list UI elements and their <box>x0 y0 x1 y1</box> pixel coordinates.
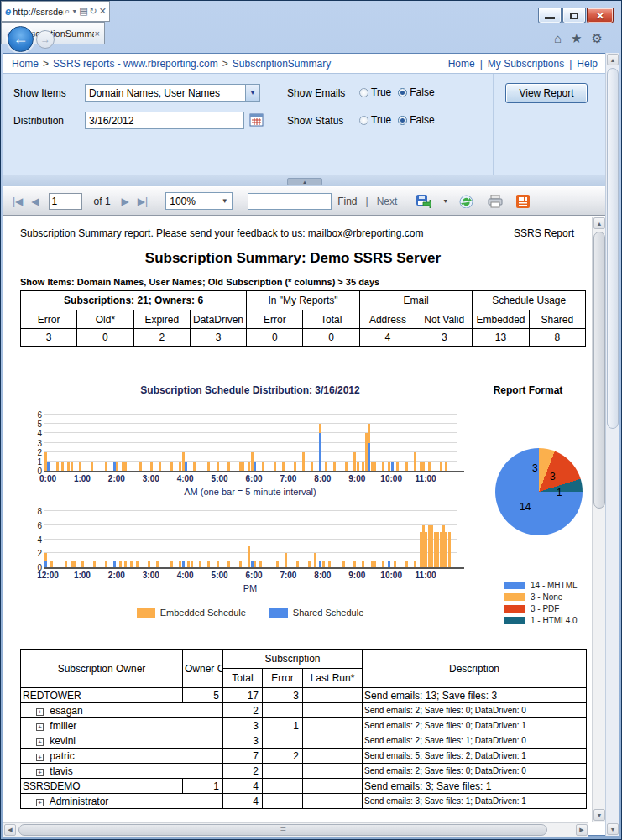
print-icon[interactable] <box>488 195 503 208</box>
forward-button[interactable]: → <box>36 30 55 49</box>
embedded-schedule-bar <box>274 462 276 471</box>
dropdown-arrow-icon[interactable]: ▼ <box>245 85 259 101</box>
report-vscroll-thumb[interactable] <box>593 232 605 509</box>
top-link[interactable]: Home <box>448 58 475 70</box>
page-number-input[interactable]: 1 <box>49 193 82 210</box>
pie-legend-item: 1 - HTML4.0 <box>504 614 578 626</box>
first-page-icon[interactable]: |◀ <box>10 196 25 206</box>
url-text[interactable]: http://ssrsdemo <box>13 7 64 17</box>
owner-cell: + fmiller <box>21 718 223 733</box>
export-save-icon[interactable] <box>416 195 431 208</box>
top-link[interactable]: Help <box>577 58 598 70</box>
prev-page-icon[interactable]: ◀ <box>29 196 41 206</box>
search-icon[interactable]: ⌕ <box>65 7 70 16</box>
top-link[interactable]: My Subscriptions <box>488 58 564 70</box>
data-feed-icon[interactable] <box>516 195 531 208</box>
embedded-schedule-bar <box>191 561 193 567</box>
report-vertical-scrollbar[interactable]: ▲ ▼ <box>592 217 606 822</box>
page-scroll-down-icon[interactable]: ▼ <box>607 823 619 835</box>
total-cell: 2 <box>223 764 263 779</box>
pie-legend-swatch <box>504 605 525 613</box>
embedded-schedule-bar <box>50 561 53 567</box>
expand-toggle-icon[interactable]: + <box>36 708 44 716</box>
table-row: + kevinl3Send emails: 2; Save files: 1; … <box>21 733 587 749</box>
total-header: Total <box>223 669 263 688</box>
legend-label: Shared Schedule <box>293 608 363 618</box>
refresh-icon[interactable]: ↻ <box>90 7 97 16</box>
description-cell: Send emails: 3; Save files: 1; DataDrive… <box>363 794 587 809</box>
last-run-cell <box>303 779 363 794</box>
embedded-schedule-bar <box>414 561 416 567</box>
gridline <box>44 442 457 443</box>
last-run-cell <box>303 764 363 779</box>
breadcrumb-link[interactable]: Home <box>12 58 39 70</box>
page-vertical-scrollbar[interactable]: ▲ ▼ <box>605 53 619 836</box>
find-link[interactable]: Find <box>337 196 357 207</box>
maximize-button[interactable] <box>562 8 586 23</box>
zoom-select[interactable]: 100% ▼ <box>165 192 233 210</box>
owner-count-header: Owner Count <box>183 650 223 688</box>
owner-name: Administrator <box>47 796 108 807</box>
show-items-dropdown[interactable]: Domain Names, User Names ▼ <box>85 84 260 102</box>
embedded-schedule-bar <box>382 561 384 567</box>
favorites-star-icon[interactable]: ★ <box>571 31 582 46</box>
forward-arrow-icon: → <box>40 34 50 45</box>
show-emails-false-radio[interactable] <box>398 88 407 97</box>
home-icon[interactable]: ⌂ <box>554 31 562 46</box>
tab-close-icon[interactable]: × <box>95 29 100 39</box>
address-bar[interactable]: e http://ssrsdemo ⌕ ▼ ▤ ↻ ✕ <box>1 1 110 22</box>
last-page-icon[interactable]: ▶| <box>135 196 150 206</box>
scroll-right-icon[interactable]: ▶ <box>576 824 588 836</box>
last-run-cell <box>303 688 363 703</box>
export-caret-icon[interactable]: ▼ <box>440 198 451 204</box>
next-link[interactable]: Next <box>377 196 398 207</box>
show-status-true-radio[interactable] <box>359 116 368 125</box>
settings-gear-icon[interactable]: ⚙ <box>592 31 603 46</box>
summary-column-header: Expired <box>133 310 190 329</box>
breadcrumb-link[interactable]: SSRS reports - www.rbreporting.com <box>53 58 218 70</box>
scroll-up-icon[interactable]: ▲ <box>593 217 605 229</box>
find-input[interactable] <box>248 193 332 210</box>
expand-toggle-icon[interactable]: + <box>36 769 44 776</box>
expand-toggle-icon[interactable]: + <box>36 799 44 806</box>
shared-schedule-bar <box>182 561 185 567</box>
bar-chart-legend: Embedded ScheduleShared Schedule <box>44 608 457 618</box>
back-button[interactable]: ← <box>8 26 34 52</box>
embedded-schedule-bar <box>199 561 201 567</box>
embedded-schedule-bar <box>217 462 219 471</box>
expand-toggle-icon[interactable]: + <box>36 738 44 746</box>
table-row: SSRSDEMO14Send emails: 3; Save files: 1 <box>21 779 587 794</box>
scroll-left-icon[interactable]: ◀ <box>4 824 16 836</box>
show-status-false-radio[interactable] <box>398 116 407 125</box>
page-scroll-up-icon[interactable]: ▲ <box>607 54 619 65</box>
shared-schedule-bar <box>47 462 50 471</box>
compatibility-icon[interactable]: ▤ <box>79 7 87 16</box>
expand-toggle-icon[interactable]: + <box>36 754 44 761</box>
next-page-icon[interactable]: ▶ <box>119 196 132 206</box>
expand-toggle-icon[interactable]: + <box>36 723 44 731</box>
shared-schedule-bar <box>388 561 390 567</box>
calendar-icon[interactable] <box>249 112 264 127</box>
y-tick-label: 3 <box>37 438 44 447</box>
scroll-down-icon[interactable]: ▼ <box>593 809 605 821</box>
stop-icon[interactable]: ✕ <box>99 7 107 16</box>
embedded-schedule-bar <box>105 462 107 471</box>
report-subtitle: Show Items: Domain Names, User Names; Ol… <box>20 277 379 287</box>
description-cell: Send emails: 5; Save files: 2; DataDrive… <box>363 749 587 764</box>
hscroll-thumb[interactable]: ☰ <box>18 824 547 836</box>
distribution-input[interactable]: 3/16/2012 <box>85 112 244 129</box>
page-vscroll-thumb[interactable] <box>607 68 619 429</box>
collapse-handle[interactable]: ▲ <box>287 178 322 185</box>
embedded-schedule-bar <box>170 462 173 471</box>
browser-window: ✕ ← → e http://ssrsdemo ⌕ ▼ ▤ ↻ ✕ e Subs… <box>0 0 622 840</box>
show-emails-true-radio[interactable] <box>359 88 368 97</box>
x-tick-label: 12:00 <box>37 571 59 580</box>
breadcrumb-link[interactable]: SubscriptionSummary <box>233 58 331 70</box>
dropdown-caret-icon[interactable]: ▼ <box>71 8 77 14</box>
refresh-report-icon[interactable] <box>459 195 474 208</box>
view-report-button[interactable]: View Report <box>505 83 588 103</box>
minimize-button[interactable] <box>538 8 562 23</box>
close-button[interactable]: ✕ <box>587 8 614 23</box>
report-horizontal-scrollbar[interactable]: ◀ ☰ ▶ <box>3 822 588 837</box>
close-icon: ✕ <box>596 10 604 22</box>
